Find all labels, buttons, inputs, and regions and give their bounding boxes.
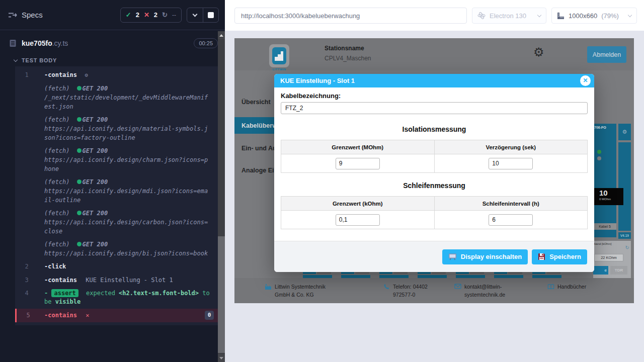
loop-grenzwert-input[interactable] xyxy=(336,214,380,226)
browser-name: Electron 130 xyxy=(490,12,526,20)
fetch-url: https://api.iconify.design/carbon.json?i… xyxy=(44,218,211,236)
fetch-log-row[interactable]: (fetch)GET 200 https://api.iconify.desig… xyxy=(15,175,218,207)
card-bottom-strip xyxy=(234,272,593,278)
fetch-url: https://api.iconify.design/material-symb… xyxy=(44,124,211,142)
command-contains-failed[interactable]: 5 -contains ✕ 0 xyxy=(15,309,218,322)
gear-icon: ⚙ xyxy=(85,72,88,78)
cable-designation-input[interactable] xyxy=(281,102,588,114)
scrollbar-thumb[interactable] xyxy=(218,236,225,353)
dialog-footer: Display einschalten Speichern xyxy=(274,241,594,272)
scroll-up-button[interactable] xyxy=(218,31,225,39)
phone-icon xyxy=(383,284,390,290)
match-count-badge: 0 xyxy=(205,311,214,320)
led-green-icon xyxy=(597,150,601,154)
viewport-selector[interactable]: 1000x660 (79%) xyxy=(551,8,637,24)
triangle-down-icon xyxy=(219,357,223,359)
chevron-down-icon xyxy=(14,57,18,61)
fetch-log-row[interactable]: (fetch)GET 200 https://api.iconify.desig… xyxy=(15,238,218,260)
tdr-button[interactable]: TDR xyxy=(610,266,627,275)
monitor-icon xyxy=(448,253,457,260)
reporter-header: Specs ✓ 2 ✕ 2 ↻ -- xyxy=(0,0,225,30)
pending-restart-icon: ↻ xyxy=(162,11,168,19)
chevron-down-icon xyxy=(537,13,541,17)
dialog-body: Kabelbezeichnung: Isolationsmessung Gren… xyxy=(274,87,594,229)
logout-button[interactable]: Abmelden xyxy=(587,46,626,63)
fetch-log-row[interactable]: (fetch)GET 200 https://api.iconify.desig… xyxy=(15,207,218,238)
settings-gear-icon[interactable]: ⚙ xyxy=(533,46,544,58)
card-model: 706-FO xyxy=(594,126,606,129)
reporter-scrollbar[interactable] xyxy=(218,31,225,362)
factory-icon xyxy=(265,284,272,290)
refresh-icon[interactable]: ↻ xyxy=(625,245,629,250)
fetch-log-row[interactable]: (fetch)GET 200 /_next/static/development… xyxy=(15,82,218,113)
kue-settings-dialog: KUE Einstellung - Slot 1 ✕ Kabelbezeichn… xyxy=(274,74,594,272)
command-message: KUE Einstellung - Slot 1 xyxy=(86,277,173,284)
footer-company: Littwin Systemtechnik GmbH & Co. KG xyxy=(265,283,331,299)
collapse-all-button[interactable] xyxy=(187,8,203,22)
command-contains-3[interactable]: 3 -contains KUE Einstellung - Slot 1 xyxy=(15,274,218,287)
close-button[interactable]: ✕ xyxy=(580,75,591,86)
spec-file-icon xyxy=(9,39,17,47)
fetch-url: /_next/static/development/_devMiddleware… xyxy=(44,93,211,111)
fetch-log-row[interactable]: (fetch)GET 200 https://api.iconify.desig… xyxy=(15,144,218,175)
dialog-titlebar: KUE Einstellung - Slot 1 ✕ xyxy=(274,74,594,87)
cable-chip: Kabel 5 xyxy=(593,223,616,230)
fetch-log-row[interactable]: (fetch)GET 200 https://api.iconify.desig… xyxy=(15,113,218,144)
partial-button[interactable]: e xyxy=(593,266,608,275)
spec-duration-badge: 00:25 xyxy=(194,38,218,48)
card-gear-icon[interactable]: ⚙ xyxy=(618,124,631,140)
led-gray-icon xyxy=(597,156,601,160)
save-button[interactable]: Speichern xyxy=(532,249,587,264)
chevron-down-icon xyxy=(193,12,198,17)
display-on-button[interactable]: Display einschalten xyxy=(442,249,528,264)
test-stats: ✓ 2 ✕ 2 ↻ -- xyxy=(120,8,182,23)
app-footer: Littwin Systemtechnik GmbH & Co. KG Tele… xyxy=(234,278,634,303)
spec-row[interactable]: kue705fo.cy.ts 00:25 xyxy=(0,30,225,54)
save-floppy-icon xyxy=(538,253,545,260)
footer-manuals[interactable]: Handbücher xyxy=(547,283,586,291)
firmware-version: V4.19 xyxy=(618,232,631,239)
email-icon xyxy=(454,284,461,289)
command-click[interactable]: 2 -click xyxy=(15,260,218,274)
triangle-up-icon xyxy=(219,34,223,37)
fetch-url: https://api.iconify.design/bi.json?icons… xyxy=(44,249,211,258)
book-icon xyxy=(547,284,554,290)
passed-count: 2 xyxy=(136,11,139,19)
command-contains-1[interactable]: 1 -contains ⚙ xyxy=(15,68,218,82)
fail-x-icon: ✕ xyxy=(86,312,89,319)
fetch-url: https://api.iconify.design/mdi.json?icon… xyxy=(44,187,211,205)
isolation-verzoegerung-input[interactable] xyxy=(489,158,533,169)
kue-card-fragment: ⚙ 706-FO 10 0 MOhm Kabel 5 V4.19 band [k… xyxy=(593,124,631,278)
fetch-url: https://api.iconify.design/charm.json?ic… xyxy=(44,155,211,173)
specs-label[interactable]: Specs xyxy=(22,11,43,19)
isolation-grenzwert-input[interactable] xyxy=(336,158,380,169)
stop-button[interactable] xyxy=(203,8,218,22)
littwin-logo xyxy=(269,44,289,67)
loop-intervall-input[interactable] xyxy=(489,214,533,226)
status-dot-icon xyxy=(77,179,82,184)
passed-check-icon: ✓ xyxy=(126,11,131,19)
failed-x-icon: ✕ xyxy=(144,11,149,19)
specs-list-icon[interactable] xyxy=(8,12,17,19)
browser-selector[interactable]: Electron 130 xyxy=(472,8,546,24)
test-body-label: TEST BODY xyxy=(22,57,57,63)
dialog-title: KUE Einstellung - Slot 1 xyxy=(280,77,355,84)
status-dot-icon xyxy=(77,86,82,90)
test-body-section[interactable]: TEST BODY xyxy=(0,54,225,66)
cypress-reporter-panel: Specs ✓ 2 ✕ 2 ↻ -- kue705fo.cy.ts 00:25 … xyxy=(0,0,225,362)
isolation-table: Grenzwert (MOhm) Verzögerung (sek) xyxy=(281,140,588,173)
command-assert[interactable]: 4 - assert expected <h2.text-sm.font-bol… xyxy=(15,287,218,309)
loop-section-title: Schleifenmessung xyxy=(281,182,588,190)
line-number: 2 xyxy=(15,262,38,271)
isolation-col-grenzwert: Grenzwert (MOhm) xyxy=(281,140,435,154)
scroll-down-button[interactable] xyxy=(218,354,225,362)
line-number: 1 xyxy=(15,71,38,79)
spec-name: kue705fo.cy.ts xyxy=(22,39,68,47)
footer-phone: Telefon: 04402 972577-0 xyxy=(383,283,440,299)
url-input[interactable] xyxy=(234,8,467,24)
assert-badge: assert xyxy=(51,289,78,297)
measurement-display: 10 0 MOhm xyxy=(594,188,623,205)
stop-icon xyxy=(208,12,214,18)
loop-col-intervall: Schleifenintervall (h) xyxy=(434,197,588,211)
cable-designation-label: Kabelbezeichnung: xyxy=(281,92,588,100)
